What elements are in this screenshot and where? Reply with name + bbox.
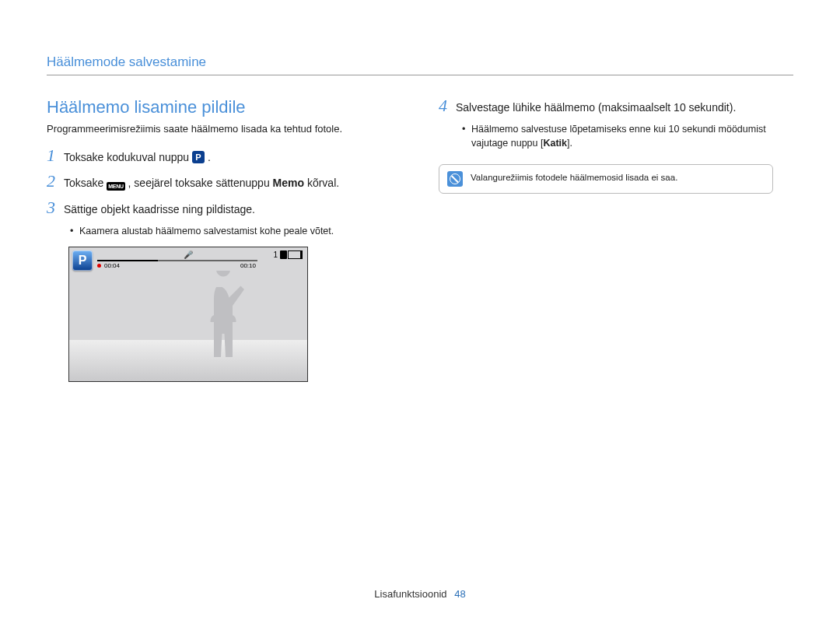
step-4: 4 Salvestage lühike häälmemo (maksimaals…	[439, 97, 773, 115]
footer-page-number: 48	[454, 588, 465, 600]
section-title: Häälmemo lisamine pildile	[47, 97, 412, 117]
step-3-sub: Kaamera alustab häälmemo salvestamist ko…	[70, 225, 412, 239]
step-text: Toksake	[64, 177, 107, 189]
battery-icon	[288, 250, 303, 259]
step-2: 2 Toksake MENU , seejärel toksake sätten…	[47, 173, 412, 191]
record-indicator-dot	[97, 264, 101, 268]
page-footer: Lisafunktsioonid 48	[0, 588, 840, 600]
step-body: Sättige objekt kaadrisse ning pildistage…	[64, 201, 255, 217]
sub-text: Häälmemo salvestuse lõpetamiseks enne ku…	[471, 124, 766, 149]
step-bold: Memo	[273, 177, 304, 189]
step-number: 3	[47, 199, 64, 216]
step-text: kõrval.	[307, 177, 339, 189]
note-text: Valangurežiimis fotodele häälmemosid lis…	[471, 171, 677, 184]
footer-section: Lisafunktsioonid	[374, 588, 446, 600]
sub-text: ].	[567, 138, 572, 149]
manual-page: Häälmemode salvestamine Häälmemo lisamin…	[0, 0, 840, 634]
content-columns: Häälmemo lisamine pildile Programmeerimi…	[47, 97, 793, 382]
header-rule	[47, 75, 793, 75]
note-box: Valangurežiimis fotodele häälmemosid lis…	[439, 164, 773, 194]
intro-text: Programmeerimisrežiimis saate häälmemo l…	[47, 122, 412, 136]
step-number: 2	[47, 173, 64, 190]
step-3: 3 Sättige objekt kaadrisse ning pildista…	[47, 199, 412, 217]
step-1: 1 Toksake kodukuval nuppu .	[47, 147, 412, 165]
step-text: , seejärel toksake sättenuppu	[128, 177, 273, 189]
step-body: Toksake kodukuval nuppu .	[64, 149, 211, 165]
running-header: Häälmemode salvestamine	[47, 54, 793, 70]
step-text: .	[208, 151, 211, 163]
program-mode-icon	[192, 151, 205, 163]
shots-count: 1	[273, 250, 278, 259]
step-4-sub: Häälmemo salvestuse lõpetamiseks enne ku…	[462, 123, 773, 150]
step-body: Toksake MENU , seejärel toksake sättenup…	[64, 175, 339, 191]
right-column: 4 Salvestage lühike häälmemo (maksimaals…	[439, 97, 773, 382]
step-text: Toksake kodukuval nuppu	[64, 151, 192, 163]
note-icon	[447, 171, 463, 187]
program-mode-badge: P	[72, 250, 93, 271]
step-number: 1	[47, 147, 64, 164]
sub-bold: Katik	[543, 138, 567, 149]
memory-card-icon	[280, 250, 287, 259]
elapsed-time: 00:04	[104, 262, 120, 269]
record-progress-bar	[97, 260, 257, 261]
camera-preview-illustration: P 🎤 1 00:04 00:10	[68, 247, 308, 382]
total-time: 00:10	[240, 262, 256, 269]
mic-icon: 🎤	[184, 250, 193, 259]
progress-fill	[97, 260, 158, 261]
menu-icon: MENU	[107, 182, 124, 191]
person-silhouette	[200, 271, 247, 364]
step-body: Salvestage lühike häälmemo (maksimaalsel…	[456, 100, 736, 115]
step-number: 4	[439, 97, 456, 114]
left-column: Häälmemo lisamine pildile Programmeerimi…	[47, 97, 412, 382]
